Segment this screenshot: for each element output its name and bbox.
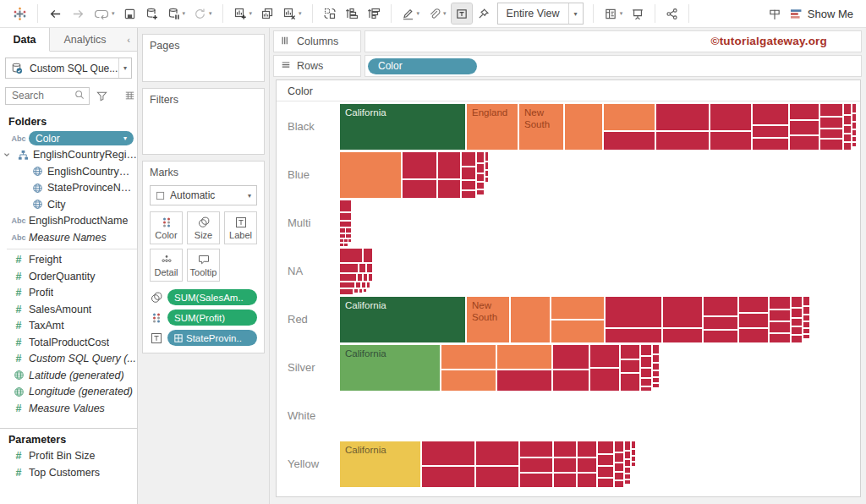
treemap-block[interactable] [477,190,484,194]
datasource-caret-icon[interactable]: ▾ [118,58,131,78]
treemap-block[interactable] [358,274,362,281]
row-header-white[interactable]: White [288,392,315,440]
treemap-block[interactable] [340,213,351,220]
marks-color-button[interactable]: Color [150,211,183,244]
treemap-block[interactable] [403,152,436,178]
treemap-block[interactable] [844,143,851,150]
treemap-block[interactable] [359,264,365,272]
treemap-block[interactable] [844,116,851,124]
treemap-block[interactable] [653,384,659,387]
treemap-block[interactable] [364,249,372,262]
treemap-block[interactable] [641,387,651,391]
treemap-block[interactable] [852,123,856,129]
treemap-block[interactable] [340,264,358,272]
treemap-block[interactable] [359,289,362,293]
expand-chevron-icon[interactable] [3,151,13,158]
treemap-block[interactable] [578,458,596,472]
treemap-block[interactable] [625,468,630,473]
clear-sheet-button[interactable]: ▾ [279,3,305,24]
treemap-block[interactable] [625,441,630,450]
treemap-block[interactable] [632,450,635,455]
treemap-block[interactable] [803,315,809,320]
cell-size-caret-icon[interactable]: ▾ [620,10,623,17]
treemap-block[interactable] [710,132,751,150]
treemap-block[interactable] [551,297,604,319]
treemap-block[interactable] [852,130,856,135]
treemap-block[interactable] [792,297,802,307]
new-worksheet-caret-icon[interactable]: ▾ [249,10,253,17]
field-taxamt[interactable]: #TaxAmt [0,318,137,335]
treemap-block[interactable] [578,441,596,457]
treemap-block[interactable] [485,178,488,182]
row-header-red[interactable]: Red [288,295,308,343]
treemap-block[interactable] [497,370,551,391]
treemap-block[interactable] [340,234,345,238]
treemap-block[interactable] [520,458,552,472]
marks-size-button[interactable]: Size [187,211,220,244]
treemap-block[interactable] [621,374,639,391]
tab-analytics[interactable]: Analytics [50,28,120,51]
treemap-block[interactable] [441,345,496,369]
treemap-block[interactable] [598,455,613,465]
treemap-block[interactable] [641,369,651,377]
treemap-block[interactable] [625,452,630,458]
treemap-block[interactable] [367,282,370,288]
treemap-block[interactable] [554,474,576,487]
mark-type-select[interactable]: Automatic ▾ [150,185,257,205]
treemap-block[interactable] [551,320,604,342]
treemap-block[interactable] [653,364,659,370]
treemap-block[interactable] [615,473,623,479]
datasource-selector[interactable]: Custom SQL Que... ▾ [5,58,132,79]
treemap-block[interactable] [663,329,702,342]
treemap-block[interactable] [553,370,589,391]
treemap-block[interactable] [462,152,475,166]
marks-pill-sum-profit-[interactable]: SUM(Profit) [167,310,257,326]
treemap-block[interactable] [364,274,367,281]
tableau-logo-button[interactable] [9,3,30,24]
refresh-button[interactable]: ▾ [190,3,216,24]
treemap-block[interactable] [663,297,702,327]
fit-selector-dropdown[interactable]: Entire View▾ [497,3,584,25]
pause-updates-caret-icon[interactable]: ▾ [183,10,186,17]
treemap-block[interactable] [770,297,790,309]
treemap-block[interactable] [346,228,351,233]
treemap-block[interactable] [844,126,851,133]
cell-size-button[interactable]: ▾ [600,3,627,24]
treemap-block[interactable] [476,467,518,487]
treemap-block[interactable] [598,479,613,487]
share-button[interactable] [662,3,682,24]
field-longitude-generated[interactable]: Longitude (generated) [0,384,137,401]
marks-detail-button[interactable]: Detail [150,249,183,282]
fit-selector-caret-icon[interactable]: ▾ [568,3,583,24]
treemap-block[interactable] [477,174,484,181]
treemap-block[interactable] [438,180,460,198]
treemap-block[interactable] [625,480,630,484]
treemap-block[interactable] [803,297,809,305]
treemap-block[interactable] [354,289,358,293]
treemap-block[interactable] [462,167,475,179]
highlight-caret-icon[interactable]: ▾ [417,10,420,17]
treemap-block[interactable] [477,164,484,173]
field-stateprovincename[interactable]: StateProvinceName [0,180,137,197]
treemap-block[interactable] [485,171,488,176]
treemap-block[interactable] [362,282,365,288]
new-data-source-button[interactable] [141,3,162,24]
selected-field-pill[interactable]: Color▾ [29,131,134,145]
field-salesamount[interactable]: #SalesAmount [0,301,137,318]
treemap-block[interactable] [606,329,661,342]
field-englishproductname[interactable]: AbcEnglishProductName [0,213,137,230]
treemap-block[interactable] [441,370,496,391]
treemap-block[interactable] [462,181,475,189]
format-links-button[interactable]: ▾ [425,3,450,24]
treemap-block[interactable] [348,239,351,242]
treemap-block[interactable] [753,139,788,150]
treemap-block[interactable] [792,336,802,342]
treemap-block[interactable] [790,136,819,150]
treemap-block[interactable]: California [340,441,420,487]
treemap-block[interactable] [604,132,655,150]
treemap-block[interactable]: California [340,297,465,342]
treemap-block[interactable] [565,104,602,150]
treemap-block[interactable] [476,441,518,465]
treemap-block[interactable] [739,297,768,312]
swap-rows-columns-button[interactable] [320,3,340,24]
